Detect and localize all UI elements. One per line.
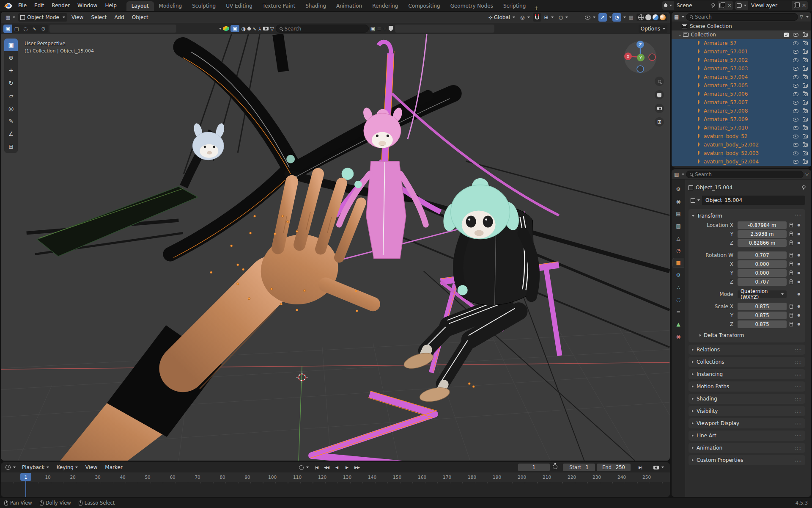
workspace-tab[interactable]: Geometry Nodes bbox=[445, 1, 498, 11]
camera-view-button[interactable] bbox=[655, 104, 664, 113]
workspace-tab[interactable]: Texture Paint bbox=[258, 1, 300, 11]
render-clapper-button[interactable] bbox=[651, 463, 666, 472]
eye-icon[interactable] bbox=[793, 50, 798, 54]
start-frame-field[interactable]: Start1 bbox=[563, 464, 595, 471]
gizmos-toggle[interactable]: ↗ bbox=[598, 13, 607, 22]
drag-handle[interactable]: :::: bbox=[795, 360, 802, 364]
eye-icon[interactable] bbox=[793, 109, 798, 113]
playback-button[interactable]: ◀◀ bbox=[322, 464, 331, 471]
camera-icon[interactable] bbox=[803, 75, 808, 79]
outliner-object-row[interactable]: avaturn_body_52.002 bbox=[672, 141, 811, 149]
viewport-tool-button[interactable]: ∠ bbox=[4, 127, 18, 140]
animate-dot[interactable]: ● bbox=[796, 271, 802, 275]
workspace-tab[interactable]: Compositing bbox=[403, 1, 445, 11]
viewport-menu[interactable]: View bbox=[68, 14, 87, 20]
camera-icon[interactable] bbox=[803, 84, 808, 88]
outliner-collection-row[interactable]: ⌄ Collection bbox=[672, 30, 811, 39]
animate-dot[interactable]: ● bbox=[796, 280, 802, 284]
camera-icon[interactable] bbox=[803, 126, 808, 130]
eye-icon[interactable] bbox=[793, 75, 798, 79]
mode-selector[interactable]: Object Mode bbox=[18, 13, 67, 22]
filter-tri-icon[interactable]: ▼ bbox=[383, 26, 387, 32]
topbar-menu[interactable]: Help bbox=[101, 3, 120, 8]
properties-tab[interactable]: ⚙ bbox=[673, 271, 684, 280]
viewlayer-browse-button[interactable] bbox=[735, 1, 748, 10]
animate-dot[interactable]: ● bbox=[796, 322, 802, 326]
snap-settings[interactable]: ⊞ bbox=[542, 13, 556, 22]
chevron-down-icon[interactable] bbox=[219, 28, 222, 30]
timeline-menu[interactable]: Playback bbox=[19, 464, 52, 470]
camera-icon[interactable] bbox=[803, 58, 808, 62]
properties-tab[interactable]: ◔ bbox=[673, 246, 684, 255]
camera-icon[interactable] bbox=[263, 27, 269, 30]
scene-unlink-button[interactable]: ✕ bbox=[726, 1, 733, 10]
animate-dot[interactable]: ● bbox=[796, 292, 802, 296]
collapsed-panel[interactable]: Animation :::: bbox=[689, 443, 805, 453]
select-tweak-button[interactable]: ▣ bbox=[3, 25, 12, 33]
outliner-object-row[interactable]: Armature_57.008 bbox=[672, 107, 811, 115]
animate-dot[interactable]: ● bbox=[796, 241, 802, 245]
expand-arrow-icon[interactable]: ⌄ bbox=[678, 33, 682, 37]
workspace-tab[interactable]: UV Editing bbox=[221, 1, 258, 11]
drag-handle[interactable]: :::: bbox=[795, 422, 802, 426]
current-frame-field[interactable]: 1 bbox=[518, 464, 550, 471]
fcurve-icon[interactable]: ∿ bbox=[252, 26, 257, 32]
select-circle-button[interactable]: ◌ bbox=[21, 25, 30, 33]
collapsed-panel[interactable]: Shading :::: bbox=[689, 394, 805, 404]
camera-icon[interactable] bbox=[803, 109, 808, 113]
camera-icon[interactable] bbox=[803, 135, 808, 138]
value-field[interactable]: 2.5938 m bbox=[738, 230, 787, 238]
rotation-mode-dropdown[interactable]: Quaternion (WXYZ) bbox=[738, 290, 787, 298]
lock-button[interactable] bbox=[787, 262, 796, 266]
camera-icon[interactable] bbox=[803, 92, 808, 96]
pan-button[interactable] bbox=[655, 90, 664, 99]
auto-keying-toggle[interactable] bbox=[297, 463, 311, 472]
drag-handle[interactable]: :::: bbox=[795, 213, 802, 217]
value-field[interactable]: 0.82866 m bbox=[738, 239, 787, 247]
outliner-object-row[interactable]: Armature_57.006 bbox=[672, 90, 811, 98]
viewlayer-name-field[interactable]: ViewLayer bbox=[748, 1, 792, 10]
timeline-menu[interactable]: Marker bbox=[102, 464, 126, 470]
lock-button[interactable] bbox=[787, 304, 796, 309]
viewport-tool-button[interactable]: ↻ bbox=[4, 77, 18, 89]
animate-dot[interactable]: ● bbox=[796, 304, 802, 308]
chevron-down-icon[interactable] bbox=[623, 17, 626, 18]
outliner-object-row[interactable]: Armature_57.001 bbox=[672, 47, 811, 56]
transform-panel-header[interactable]: Transform :::: bbox=[692, 212, 802, 220]
properties-tab[interactable]: ◌ bbox=[673, 295, 684, 304]
lock-button[interactable] bbox=[787, 279, 796, 284]
value-field[interactable]: 0.875 bbox=[738, 312, 787, 319]
properties-tab[interactable]: ▲ bbox=[673, 320, 684, 329]
object-name-field[interactable]: Object_15.004 bbox=[702, 196, 805, 205]
lock-button[interactable] bbox=[787, 322, 796, 326]
timeline-tracks[interactable] bbox=[1, 482, 670, 497]
jump-end-button[interactable]: ▶| bbox=[636, 464, 645, 471]
chevron-down-icon[interactable] bbox=[806, 16, 809, 18]
viewport-tool-button[interactable]: ◎ bbox=[4, 102, 18, 115]
value-field[interactable]: 0.000 bbox=[738, 269, 787, 277]
properties-tab[interactable]: ∴ bbox=[673, 283, 684, 292]
viewport-tool-button[interactable]: ✎ bbox=[4, 115, 18, 127]
camera-icon[interactable] bbox=[803, 101, 808, 105]
eye-icon[interactable] bbox=[793, 101, 798, 105]
eye-icon[interactable] bbox=[793, 41, 798, 45]
drag-handle[interactable]: :::: bbox=[795, 397, 802, 401]
viewport-tool-button[interactable]: ▱ bbox=[4, 89, 18, 102]
proportional-edit-button[interactable]: ○ bbox=[557, 13, 570, 22]
select-paint-button[interactable]: ⊙ bbox=[39, 25, 48, 33]
options-button[interactable]: Options bbox=[639, 25, 667, 33]
properties-tab[interactable]: ▥ bbox=[673, 221, 684, 231]
camera-icon[interactable] bbox=[803, 41, 808, 45]
eye-icon[interactable] bbox=[793, 58, 798, 62]
viewport-canvas[interactable]: User Perspective (1) Collection | Object… bbox=[1, 34, 670, 461]
drag-handle[interactable]: :::: bbox=[795, 458, 802, 463]
outliner-object-row[interactable]: Armature_57.009 bbox=[672, 115, 811, 124]
add-workspace-button[interactable]: + bbox=[531, 5, 542, 11]
ortho-toggle-button[interactable]: ⊞ bbox=[655, 117, 664, 127]
filter-funnel-icon[interactable]: ▽ bbox=[270, 26, 274, 32]
eye-icon[interactable] bbox=[793, 126, 798, 130]
camera-icon[interactable] bbox=[803, 118, 808, 121]
end-frame-field[interactable]: End250 bbox=[597, 464, 631, 471]
lock-button[interactable] bbox=[787, 223, 796, 227]
chevron-down-icon[interactable] bbox=[609, 17, 612, 18]
